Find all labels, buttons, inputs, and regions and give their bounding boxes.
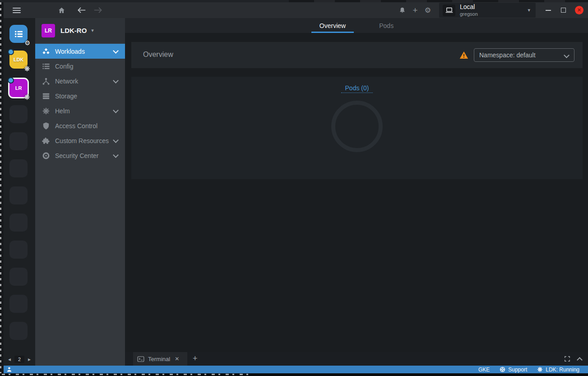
chevron-down-icon[interactable] bbox=[113, 48, 119, 54]
screen-edge-artifact-bottom bbox=[0, 373, 588, 376]
titlebar: + ⚙ Local gregson ▾ ✕ bbox=[0, 2, 588, 18]
storage-icon bbox=[42, 92, 50, 100]
security-icon bbox=[42, 152, 50, 160]
dock-controls bbox=[564, 352, 582, 366]
cluster-sidebar: LR LDK-RO ▾ Workloads Config Network bbox=[35, 18, 125, 366]
settings-gear-icon[interactable]: ⚙ bbox=[425, 7, 431, 14]
statusbar-item-cluster-status[interactable]: LDK: Running bbox=[534, 367, 582, 373]
expand-fullscreen-icon[interactable] bbox=[564, 356, 570, 362]
hotbar-empty-slot bbox=[9, 268, 28, 286]
hotbar-empty-slot bbox=[9, 241, 28, 259]
kubernetes-helm-icon bbox=[537, 367, 543, 372]
shield-icon bbox=[42, 122, 50, 130]
warning-icon[interactable] bbox=[459, 51, 468, 59]
cluster-avatar: LR bbox=[42, 24, 55, 37]
sidebar-item-storage[interactable]: Storage bbox=[35, 88, 125, 103]
pods-chart-panel: Pods (0) bbox=[131, 77, 583, 179]
sidebar-item-config[interactable]: Config bbox=[35, 59, 125, 74]
hotbar-cluster-ldk-label: LDK bbox=[14, 57, 24, 62]
hotbar-empty-slot bbox=[9, 159, 28, 177]
titlebar-right: + ⚙ Local gregson ▾ ✕ bbox=[399, 2, 588, 18]
chevron-down-icon[interactable] bbox=[113, 137, 119, 143]
context-title: Local bbox=[460, 4, 478, 10]
chevron-up-icon[interactable] bbox=[577, 357, 583, 363]
chevron-down-icon: ▾ bbox=[91, 28, 94, 33]
kubernetes-helm-badge-icon bbox=[24, 94, 30, 100]
hotbar-cluster-ldk[interactable]: LDK bbox=[9, 51, 28, 69]
window-minimize-button[interactable] bbox=[546, 10, 551, 11]
chevron-down-icon[interactable] bbox=[113, 152, 119, 158]
add-icon[interactable]: + bbox=[413, 6, 418, 14]
new-terminal-icon[interactable]: + bbox=[193, 354, 198, 363]
hotbar-cluster-lr-active[interactable]: LR bbox=[8, 78, 29, 98]
bottom-dock: Terminal ✕ + bbox=[125, 352, 588, 366]
statusbar: GKE Support LDK: Running bbox=[0, 366, 588, 373]
notifications-bell-icon[interactable] bbox=[399, 7, 406, 14]
page-tabbar: Overview Pods bbox=[125, 18, 588, 33]
sidebar-item-label: Workloads bbox=[55, 48, 85, 55]
workloads-icon bbox=[42, 47, 50, 56]
statusbar-right: GKE Support LDK: Running bbox=[476, 367, 582, 373]
close-icon[interactable]: ✕ bbox=[175, 356, 179, 362]
terminal-tab[interactable]: Terminal ✕ bbox=[133, 352, 187, 366]
hotbar-empty-slot bbox=[9, 105, 28, 123]
page-title: Overview bbox=[143, 51, 173, 59]
sidebar-item-label: Custom Resources bbox=[55, 137, 109, 144]
namespace-select[interactable]: Namespace: default bbox=[474, 48, 574, 62]
chevron-down-icon[interactable]: ▾ bbox=[528, 7, 530, 13]
window-maximize-button[interactable] bbox=[561, 8, 566, 13]
tab-pods[interactable]: Pods bbox=[371, 18, 402, 33]
statusbar-item-gke[interactable]: GKE bbox=[476, 367, 492, 373]
sidebar-item-access-control[interactable]: Access Control bbox=[35, 118, 125, 133]
hotbar-empty-slot bbox=[9, 295, 28, 313]
sidebar-item-security-center[interactable]: Security Center bbox=[35, 148, 125, 163]
menu-icon[interactable] bbox=[13, 8, 21, 13]
tab-overview[interactable]: Overview bbox=[311, 18, 354, 33]
gear-badge-icon: ⚙ bbox=[24, 40, 30, 46]
namespace-select-value: Namespace: default bbox=[479, 51, 536, 59]
sidebar-item-label: Storage bbox=[55, 93, 77, 100]
pager-prev-icon[interactable]: ◂ bbox=[8, 357, 11, 362]
support-lifebuoy-icon bbox=[500, 367, 505, 372]
chevron-down-icon bbox=[564, 52, 569, 58]
terminal-icon bbox=[137, 356, 144, 362]
sidebar-item-helm[interactable]: Helm bbox=[35, 103, 125, 118]
cluster-switcher[interactable]: LR LDK-RO ▾ bbox=[35, 18, 125, 43]
sidebar-item-custom-resources[interactable]: Custom Resources bbox=[35, 133, 125, 148]
sidebar-item-label: Helm bbox=[55, 107, 70, 115]
hotbar-empty-slot bbox=[9, 132, 28, 150]
cluster-name: LDK-RO bbox=[60, 27, 87, 34]
window-close-button[interactable]: ✕ bbox=[575, 6, 583, 14]
sidebar-item-label: Access Control bbox=[55, 122, 97, 130]
helm-icon bbox=[42, 107, 50, 115]
laptop-icon bbox=[443, 5, 455, 16]
pager-next-icon[interactable]: ▸ bbox=[28, 357, 31, 362]
hotbar-cluster-lr-label: LR bbox=[15, 85, 22, 91]
tab-label: Overview bbox=[319, 22, 346, 29]
statusbar-item-support[interactable]: Support bbox=[497, 367, 530, 373]
sidebar-item-label: Config bbox=[55, 63, 73, 70]
chevron-down-icon[interactable] bbox=[113, 107, 119, 113]
active-context-dropdown[interactable]: Local gregson ▾ bbox=[439, 3, 536, 18]
hotbar-empty-slot bbox=[9, 322, 28, 340]
hotbar-pager: ◂ 2 ▸ bbox=[4, 355, 35, 364]
catalog-tile[interactable]: ⚙ bbox=[9, 25, 28, 43]
hotbar-empty-slot bbox=[9, 186, 28, 204]
pods-count-link[interactable]: Pods (0) bbox=[341, 84, 373, 93]
tab-label: Pods bbox=[379, 22, 394, 29]
sidebar-item-network[interactable]: Network bbox=[35, 74, 125, 88]
user-person-icon[interactable] bbox=[6, 367, 12, 372]
chevron-down-icon[interactable] bbox=[113, 78, 119, 84]
home-icon[interactable] bbox=[58, 7, 65, 14]
sidebar-item-workloads[interactable]: Workloads bbox=[35, 44, 125, 59]
catalog-list-icon bbox=[14, 30, 23, 38]
forward-arrow-icon[interactable] bbox=[94, 7, 102, 14]
back-arrow-icon[interactable] bbox=[77, 7, 86, 14]
pods-donut-chart bbox=[331, 101, 383, 152]
screen-edge-artifact-left bbox=[0, 2, 4, 376]
terminal-tab-label: Terminal bbox=[148, 356, 170, 362]
sidebar-item-label: Security Center bbox=[55, 152, 98, 159]
status-dot-badge bbox=[8, 77, 14, 84]
context-subtitle: gregson bbox=[460, 11, 478, 17]
sidebar-menu: Workloads Config Network Storage bbox=[35, 43, 125, 163]
